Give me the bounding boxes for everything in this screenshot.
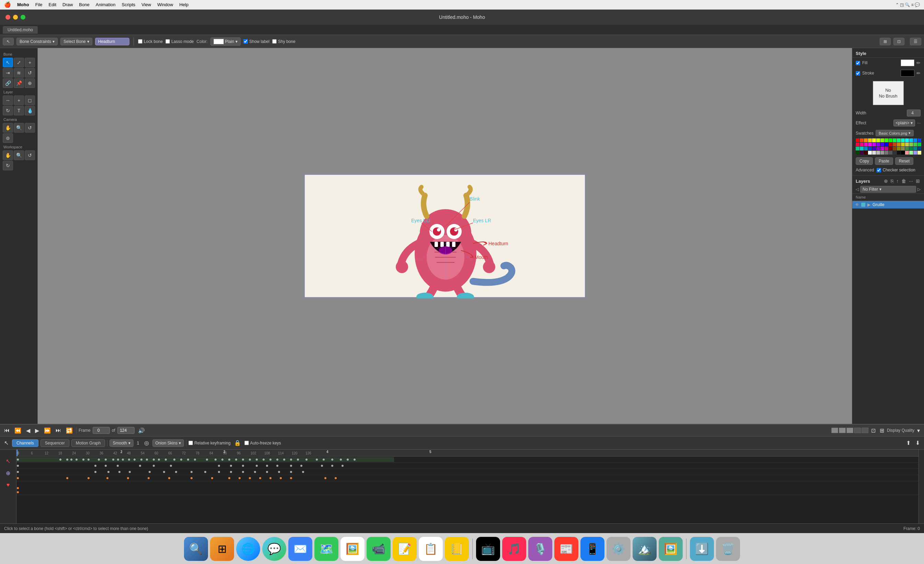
- swatch-color-16[interactable]: [856, 143, 860, 146]
- menu-file[interactable]: File: [35, 2, 42, 7]
- swatch-color-58[interactable]: [897, 151, 901, 155]
- menu-edit[interactable]: Edit: [49, 2, 56, 7]
- swatch-color-8[interactable]: [889, 138, 892, 142]
- swatch-color-34[interactable]: [864, 147, 868, 150]
- quality-fit[interactable]: ⊞: [878, 427, 885, 435]
- frame-input[interactable]: [93, 427, 110, 434]
- swatch-color-42[interactable]: [897, 147, 901, 150]
- menu-window[interactable]: Window: [157, 2, 173, 7]
- tool-camera-pan[interactable]: ✋: [3, 123, 13, 132]
- quality-box-1[interactable]: [831, 428, 838, 433]
- layer-eye-icon[interactable]: 👁: [855, 202, 859, 207]
- tool-ik-chain[interactable]: 🔗: [3, 78, 13, 88]
- dock-systemprefs[interactable]: ⚙️: [606, 537, 630, 561]
- swatch-color-55[interactable]: [885, 151, 888, 155]
- swatch-color-11[interactable]: [901, 138, 905, 142]
- onion-skins-dropdown[interactable]: Onion Skins ▾: [152, 439, 184, 447]
- swatch-color-32[interactable]: [856, 147, 860, 150]
- lasso-mode-check[interactable]: Lasso mode: [165, 39, 194, 44]
- menu-draw[interactable]: Draw: [63, 2, 73, 7]
- swatch-color-33[interactable]: [860, 147, 864, 150]
- audio-button[interactable]: 🔊: [136, 427, 146, 435]
- dock-safari[interactable]: 🌐: [236, 537, 260, 561]
- tool-layer-add[interactable]: +: [14, 95, 24, 105]
- layer-delete-icon[interactable]: 🗑: [901, 177, 907, 185]
- swatch-color-37[interactable]: [876, 147, 880, 150]
- track-icon-3[interactable]: ♥: [6, 482, 10, 488]
- tool-layer-text[interactable]: T: [14, 106, 24, 116]
- minimize-button[interactable]: [13, 15, 18, 20]
- swatch-color-29[interactable]: [909, 143, 913, 146]
- layer-left-arrow[interactable]: ◁: [856, 187, 859, 192]
- menu-scripts[interactable]: Scripts: [122, 2, 136, 7]
- fill-swatch[interactable]: [901, 59, 914, 66]
- menu-bone[interactable]: Bone: [79, 2, 89, 7]
- swatch-color-48[interactable]: [856, 151, 860, 155]
- freeze-icon[interactable]: ⬆: [905, 439, 912, 447]
- document-tab[interactable]: Untitled.moho: [3, 26, 38, 34]
- copy-button[interactable]: Copy: [856, 157, 873, 165]
- lock-bone-check[interactable]: Lock bone: [138, 39, 163, 44]
- tool-camera-orbit[interactable]: ⊚: [3, 133, 13, 143]
- dock-finder[interactable]: 🔍: [184, 537, 208, 561]
- fill-edit-icon[interactable]: ✏: [916, 60, 921, 66]
- quality-box-2[interactable]: [839, 428, 846, 433]
- interpolation-icon[interactable]: ◎: [143, 439, 150, 447]
- swatch-color-23[interactable]: [885, 143, 888, 146]
- stroke-edit-icon[interactable]: ✏: [916, 71, 921, 76]
- tool-layer-select[interactable]: ◻: [25, 95, 35, 105]
- skip-to-start[interactable]: ⏮: [3, 427, 11, 434]
- swatch-color-50[interactable]: [864, 151, 868, 155]
- dock-launchpad[interactable]: ⊞: [210, 537, 234, 561]
- dock-photos[interactable]: 🖼️: [340, 537, 364, 561]
- dock-appstore[interactable]: 📱: [580, 537, 604, 561]
- swatch-color-60[interactable]: [905, 151, 909, 155]
- swatch-color-19[interactable]: [868, 143, 872, 146]
- layer-expand-icon[interactable]: ▶: [867, 202, 870, 207]
- swatch-color-25[interactable]: [893, 143, 897, 146]
- swatch-color-46[interactable]: [914, 147, 917, 150]
- tool-layer-rotate[interactable]: ↻: [3, 106, 13, 116]
- swatch-color-21[interactable]: [876, 143, 880, 146]
- swatch-color-38[interactable]: [880, 147, 884, 150]
- show-label-check[interactable]: Show label: [243, 39, 270, 44]
- advanced-link[interactable]: Advanced: [856, 168, 874, 173]
- tool-reparent-bone[interactable]: ⇥: [3, 68, 13, 78]
- dock-podcasts[interactable]: 🎙️: [528, 537, 552, 561]
- stroke-checkbox[interactable]: [856, 71, 860, 75]
- smooth-dropdown[interactable]: Smooth ▾: [110, 439, 133, 447]
- swatches-dropdown[interactable]: Basic Colors.png ▾: [876, 130, 914, 136]
- motion-graph-tab[interactable]: Motion Graph: [71, 439, 105, 447]
- relative-keyframing-check[interactable]: Relative keyframing: [189, 441, 230, 445]
- timeline-scrollbar[interactable]: [918, 450, 924, 523]
- dock-maps[interactable]: 🗺️: [314, 537, 338, 561]
- tool-pin-bone[interactable]: 📌: [14, 78, 24, 88]
- viewport[interactable]: Blink Eyes UD Eyes LR Headturn: [38, 48, 852, 424]
- swatch-color-41[interactable]: [893, 147, 897, 150]
- dock-reminders[interactable]: 📋: [419, 537, 443, 561]
- dock-messages[interactable]: 💬: [262, 537, 286, 561]
- keyframe-lock-icon[interactable]: 🔒: [233, 439, 242, 447]
- swatch-color-57[interactable]: [893, 151, 897, 155]
- layer-move-up-icon[interactable]: ↑: [896, 177, 899, 185]
- swatch-color-5[interactable]: [876, 138, 880, 142]
- dock-news[interactable]: 📰: [554, 537, 578, 561]
- tool-bone-strength[interactable]: ≋: [14, 68, 24, 78]
- fast-forward[interactable]: ⏩: [42, 427, 52, 435]
- tool-workspace-pan[interactable]: ✋: [3, 150, 13, 160]
- swatch-color-36[interactable]: [872, 147, 876, 150]
- shy-bone-check[interactable]: Shy bone: [272, 39, 296, 44]
- dock-music[interactable]: 🎵: [502, 537, 526, 561]
- layer-more-icon[interactable]: ···: [908, 177, 914, 185]
- width-input[interactable]: [907, 110, 921, 116]
- close-button[interactable]: [6, 15, 10, 20]
- auto-freeze-check[interactable]: Auto-freeze keys: [244, 441, 281, 445]
- bone-icon-1[interactable]: ⊞: [880, 38, 891, 45]
- swatch-color-6[interactable]: [880, 138, 884, 142]
- prev-keyframe[interactable]: ⏪: [13, 427, 22, 435]
- tool-camera-zoom[interactable]: 🔍: [14, 123, 24, 132]
- swatch-color-39[interactable]: [885, 147, 888, 150]
- tool-workspace-redo[interactable]: ↻: [3, 161, 13, 170]
- stroke-swatch[interactable]: [901, 70, 914, 77]
- apple-menu[interactable]: 🍎: [4, 2, 11, 8]
